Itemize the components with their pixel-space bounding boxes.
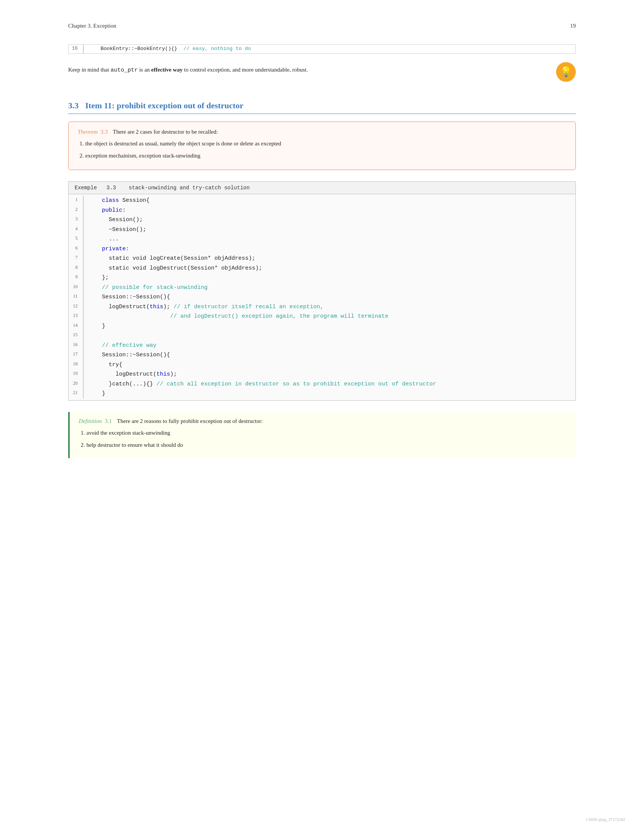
code-line-14: 14 } <box>69 322 575 331</box>
code-line-2: 2 public: <box>69 206 575 215</box>
theorem-item-2: exception mechainism, exception stack-un… <box>85 151 566 161</box>
definition-label: Definition <box>79 418 102 424</box>
line-num-12: 12 <box>69 302 84 312</box>
code-line-19: 19 logDestruct(this); <box>69 370 575 380</box>
definition-title: Definition 3.1 There are 2 reasons to fu… <box>79 418 567 425</box>
code-line-10: 10 // possible for stack-unwinding <box>69 283 575 293</box>
theorem-item-1: the object is destructed as usual, namel… <box>85 139 566 148</box>
theorem-box: Theorem 3.3 There are 2 cases for destru… <box>68 122 576 170</box>
top-code-block: 16 BookEntry::~BookEntry(){} // easy, no… <box>68 44 576 54</box>
code-line-5: 5 ... <box>69 234 575 244</box>
paragraph-text: Keep in mind that auto_ptr is an effecti… <box>68 67 308 73</box>
line-num-19: 19 <box>69 370 84 380</box>
code-line-3: 3 Session(); <box>69 215 575 225</box>
example-num: 3.3 <box>106 185 116 191</box>
definition-list: avoid the exception stack-unwinding help… <box>86 428 567 450</box>
line-num-13: 13 <box>69 312 84 322</box>
code-line-21: 21 } <box>69 389 575 399</box>
definition-item-1: avoid the exception stack-unwinding <box>86 428 567 438</box>
line-num-6: 6 <box>69 244 84 254</box>
line-num-10: 10 <box>69 283 84 293</box>
definition-box: Definition 3.1 There are 2 reasons to fu… <box>68 412 576 458</box>
code-line-6: 6 private: <box>69 244 575 254</box>
line-num-4: 4 <box>69 225 84 235</box>
line-num-3: 3 <box>69 215 84 225</box>
line-num-2: 2 <box>69 206 84 215</box>
code-line-11: 11 Session::~Session(){ <box>69 292 575 302</box>
line-num-11: 11 <box>69 292 84 302</box>
line-num-16: 16 <box>69 341 84 351</box>
theorem-intro: There are 2 cases for destructor to be r… <box>113 129 218 135</box>
tip-icon: 💡 <box>556 62 576 82</box>
code-line-20: 20 }catch(...){} // catch all exception … <box>69 380 575 389</box>
code-line-9: 9 }; <box>69 273 575 283</box>
code-line-1: 1 class Session{ <box>69 196 575 206</box>
code-line-16: 16 // effective way <box>69 341 575 351</box>
definition-intro: There are 2 reasons to fully prohibit ex… <box>117 418 263 424</box>
code-line-18: 18 try{ <box>69 360 575 370</box>
line-num-18: 18 <box>69 360 84 370</box>
code-line-7: 7 static void logCreate(Session* objAddr… <box>69 254 575 264</box>
line-num-7: 7 <box>69 254 84 264</box>
lightbulb-icon: 💡 <box>560 64 572 80</box>
theorem-title: Theorem 3.3 There are 2 cases for destru… <box>78 129 566 135</box>
example-header: Exemple 3.3 stack-unwinding and try-catc… <box>69 182 575 194</box>
code-line-15: 15 <box>69 331 575 341</box>
example-code-area: 1 class Session{ 2 public: 3 Session(); … <box>69 194 575 400</box>
theorem-label: Theorem <box>78 129 98 135</box>
line-num-8: 8 <box>69 264 84 273</box>
code-line-8: 8 static void logDestruct(Session* objAd… <box>69 264 575 273</box>
code-line-17: 17 Session::~Session(){ <box>69 350 575 360</box>
section-title: Item 11: prohibit exception out of destr… <box>85 101 243 110</box>
code-line-4: 4 ~Session(); <box>69 225 575 235</box>
page-header: Chapter 3. Exception 19 <box>68 23 576 29</box>
theorem-num: 3.3 <box>101 129 108 135</box>
line-num-14: 14 <box>69 322 84 331</box>
line-num-15: 15 <box>69 331 84 341</box>
line-num-17: 17 <box>69 350 84 360</box>
example-block: Exemple 3.3 stack-unwinding and try-catc… <box>68 182 576 400</box>
line-number: 16 <box>69 45 84 53</box>
definition-item-2: help destructor to ensure what it should… <box>86 441 567 450</box>
example-label: Exemple <box>75 185 97 191</box>
theorem-list: the object is destructed as usual, namel… <box>85 139 566 161</box>
code-line-12: 12 logDestruct(this); // if destructor i… <box>69 302 575 312</box>
line-num-21: 21 <box>69 389 84 399</box>
code-line-top: 16 BookEntry::~BookEntry(){} // easy, no… <box>69 45 575 53</box>
section-num: 3.3 <box>68 101 79 110</box>
paragraph-autoptr: 💡 Keep in mind that auto_ptr is an effec… <box>68 65 576 82</box>
section-heading-33: 3.3 Item 11: prohibit exception out of d… <box>68 101 576 114</box>
header-page-num: 19 <box>570 23 576 29</box>
line-num-5: 5 <box>69 234 84 244</box>
line-num-9: 9 <box>69 273 84 283</box>
code-text: BookEntry::~BookEntry(){} // easy, nothi… <box>88 45 575 53</box>
line-num-20: 20 <box>69 380 84 389</box>
definition-num: 3.1 <box>105 418 112 424</box>
line-num-1: 1 <box>69 196 84 206</box>
header-chapter: Chapter 3. Exception <box>68 23 116 29</box>
example-title: stack-unwinding and try-catch solution <box>129 185 250 191</box>
watermark: CSDN @qq_37172182 <box>586 817 625 822</box>
code-line-13: 13 // and logDestruct() exception again,… <box>69 312 575 322</box>
